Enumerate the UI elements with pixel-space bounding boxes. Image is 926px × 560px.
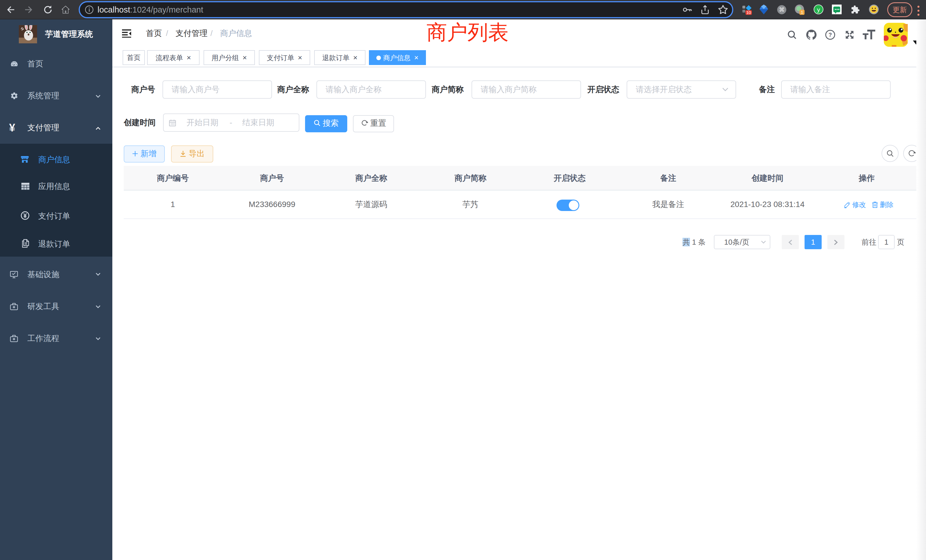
svg-text:⌘: ⌘ bbox=[779, 6, 785, 13]
svg-text:?: ? bbox=[829, 32, 832, 38]
svg-text:10: 10 bbox=[746, 10, 751, 15]
svg-text:1: 1 bbox=[801, 10, 803, 15]
svg-text:y: y bbox=[817, 6, 820, 13]
